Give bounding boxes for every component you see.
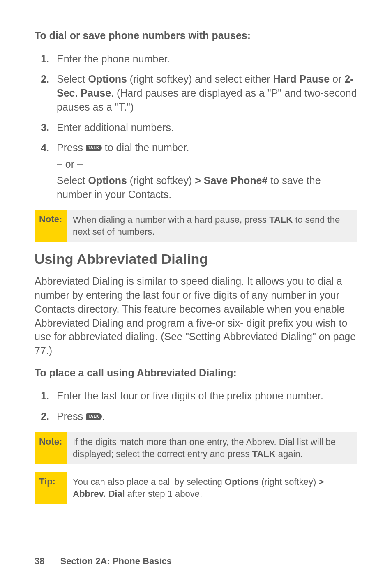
bold-text: Options bbox=[225, 477, 259, 487]
talk-key-icon: TALK bbox=[86, 413, 102, 420]
bold-text: > Save Phone# bbox=[195, 175, 267, 186]
intro-heading-1: To dial or save phone numbers with pause… bbox=[35, 29, 357, 42]
ordered-list-1: 1. Enter the phone number. 2. Select Opt… bbox=[35, 52, 357, 202]
or-separator: – or – bbox=[57, 157, 357, 171]
list-item: 2. Press TALK. bbox=[35, 410, 357, 424]
text: (right softkey) bbox=[127, 175, 195, 186]
list-number: 3. bbox=[35, 121, 57, 135]
note-callout-2: Note: If the digits match more than one … bbox=[35, 432, 357, 464]
page-footer: 38 Section 2A: Phone Basics bbox=[35, 556, 172, 567]
bold-text: Hard Pause bbox=[273, 73, 330, 85]
text: . bbox=[102, 410, 105, 422]
note-label: Note: bbox=[35, 210, 67, 242]
note-label: Note: bbox=[35, 432, 67, 464]
section-heading: Using Abbreviated Dialing bbox=[35, 251, 357, 267]
bold-text: Options bbox=[88, 175, 127, 186]
list-body: Enter additional numbers. bbox=[57, 121, 357, 135]
text: You can also place a call by selecting bbox=[73, 477, 225, 487]
list-body: Select Options (right softkey) and selec… bbox=[57, 72, 357, 114]
text: after step 1 above. bbox=[125, 489, 202, 499]
text: Press bbox=[57, 410, 86, 422]
list-item: 2. Select Options (right softkey) and se… bbox=[35, 72, 357, 114]
text: (right softkey) and select either bbox=[127, 73, 273, 85]
tip-text: You can also place a call by selecting O… bbox=[67, 472, 357, 504]
list-number: 2. bbox=[35, 72, 57, 114]
text: (right softkey) bbox=[259, 477, 318, 487]
note-text: When dialing a number with a hard pause,… bbox=[67, 210, 357, 242]
list-number: 4. bbox=[35, 141, 57, 201]
note-text: If the digits match more than one entry,… bbox=[67, 432, 357, 464]
list-number: 1. bbox=[35, 389, 57, 403]
text: Select bbox=[57, 175, 88, 186]
ordered-list-2: 1. Enter the last four or five digits of… bbox=[35, 389, 357, 424]
text: or bbox=[330, 73, 344, 85]
list-body: Press TALK. bbox=[57, 410, 357, 424]
list-number: 2. bbox=[35, 410, 57, 424]
bold-text: Options bbox=[88, 73, 127, 85]
bold-text: TALK bbox=[269, 214, 293, 225]
list-body: Enter the phone number. bbox=[57, 52, 357, 66]
list-item: 3. Enter additional numbers. bbox=[35, 121, 357, 135]
text: Select bbox=[57, 73, 88, 85]
list-body: Enter the last four or five digits of th… bbox=[57, 389, 357, 403]
list-item: 1. Enter the phone number. bbox=[35, 52, 357, 66]
page-number: 38 bbox=[35, 556, 44, 566]
paragraph: Abbreviated Dialing is similar to speed … bbox=[35, 274, 357, 358]
bold-text: TALK bbox=[252, 449, 276, 459]
section-title: Section 2A: Phone Basics bbox=[60, 556, 172, 566]
list-number: 1. bbox=[35, 52, 57, 66]
talk-key-icon: TALK bbox=[86, 145, 102, 151]
tip-callout: Tip: You can also place a call by select… bbox=[35, 472, 357, 504]
list-body: Press TALK to dial the number. – or – Se… bbox=[57, 141, 357, 201]
list-item: 4. Press TALK to dial the number. – or –… bbox=[35, 141, 357, 201]
tip-label: Tip: bbox=[35, 472, 67, 504]
list-item: 1. Enter the last four or five digits of… bbox=[35, 389, 357, 403]
intro-heading-2: To place a call using Abbreviated Dialin… bbox=[35, 366, 357, 380]
text: When dialing a number with a hard pause,… bbox=[73, 214, 269, 225]
text: again. bbox=[276, 449, 303, 459]
text: Press bbox=[57, 142, 86, 153]
note-callout-1: Note: When dialing a number with a hard … bbox=[35, 210, 357, 242]
text: to dial the number. bbox=[102, 142, 189, 153]
